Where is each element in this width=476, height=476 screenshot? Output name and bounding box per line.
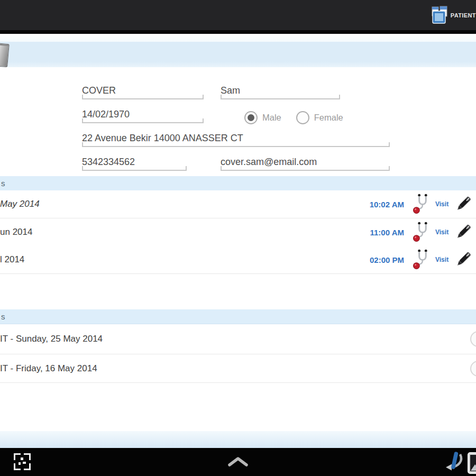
visit-row[interactable]: IT - Friday, 16 May 2014 bbox=[0, 354, 476, 383]
patient-header-bar bbox=[0, 42, 476, 67]
stethoscope-icon[interactable] bbox=[412, 221, 434, 243]
topbar-separator bbox=[0, 30, 476, 34]
scan-icon[interactable] bbox=[14, 453, 31, 470]
stethoscope-icon[interactable] bbox=[412, 249, 434, 271]
action-bar: PATIENT bbox=[0, 0, 476, 30]
patient-folder-icon bbox=[429, 5, 450, 25]
appointment-time: 11:00 AM bbox=[370, 228, 404, 237]
female-radio[interactable] bbox=[296, 111, 309, 124]
appointments-section-header: s bbox=[0, 176, 476, 191]
menu-up-icon[interactable] bbox=[226, 455, 250, 471]
bottom-accent-strip bbox=[0, 431, 476, 448]
edit-pen-icon[interactable] bbox=[453, 249, 474, 270]
visit-action-label[interactable]: Visit bbox=[435, 200, 448, 208]
birth-date-field[interactable]: 14/02/1970 bbox=[82, 106, 204, 123]
address-field[interactable]: 22 Avenue Bekir 14000 ANASSER CT bbox=[82, 130, 390, 147]
visit-action-label[interactable]: Visit bbox=[435, 228, 448, 236]
first-name-field[interactable]: Sam bbox=[221, 83, 340, 99]
appointment-row[interactable]: May 2014 10:02 AM Visit bbox=[0, 190, 476, 218]
edit-pen-icon[interactable] bbox=[453, 193, 474, 214]
appointment-date: May 2014 bbox=[0, 199, 40, 209]
app-title-button[interactable]: PATIENT bbox=[429, 0, 476, 30]
gallery-icon[interactable] bbox=[468, 452, 476, 474]
male-radio[interactable] bbox=[244, 111, 258, 124]
email-field[interactable]: cover.sam@email.com bbox=[221, 154, 390, 171]
appointment-row[interactable]: l 2014 02:00 PM Visit bbox=[0, 246, 476, 274]
visit-row[interactable]: IT - Sunday, 25 May 2014 bbox=[0, 324, 476, 354]
appointment-date: un 2014 bbox=[0, 227, 32, 237]
female-radio-label: Female bbox=[314, 113, 343, 123]
appointment-date: l 2014 bbox=[0, 254, 24, 265]
appointment-time: 10:02 AM bbox=[370, 200, 404, 209]
stethoscope-icon[interactable] bbox=[412, 193, 434, 215]
visit-label: IT - Sunday, 25 May 2014 bbox=[0, 334, 103, 344]
last-name-field[interactable]: COVER bbox=[82, 83, 204, 99]
clipped-edge-icon bbox=[470, 361, 476, 377]
visit-action-label[interactable]: Visit bbox=[435, 256, 448, 263]
visits-section-header: s bbox=[0, 309, 476, 324]
screen: { "app": { "title": "PATIENT" }, "patien… bbox=[0, 0, 476, 476]
appointment-row[interactable]: un 2014 11:00 AM Visit bbox=[0, 218, 476, 246]
phone-field[interactable]: 5342334562 bbox=[82, 154, 187, 171]
edit-pen-icon[interactable] bbox=[453, 221, 474, 242]
appointment-time: 02:00 PM bbox=[370, 255, 404, 264]
visit-label: IT - Friday, 16 May 2014 bbox=[0, 363, 97, 374]
gender-radio-group: Male Female bbox=[244, 111, 343, 124]
navigation-bar bbox=[0, 448, 476, 476]
clipped-edge-icon bbox=[470, 331, 476, 347]
male-radio-label: Male bbox=[262, 113, 281, 123]
header-gap bbox=[0, 34, 476, 42]
app-title: PATIENT bbox=[451, 12, 476, 19]
pen-cup-icon bbox=[0, 43, 10, 67]
rotate-screen-icon[interactable] bbox=[444, 451, 465, 474]
